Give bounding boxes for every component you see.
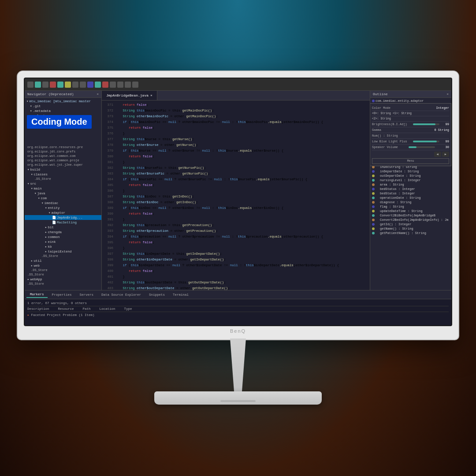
settings-brightness-fill [413, 123, 435, 125]
monitor-wrapper: Navigator (Deprecated) × Coding Mode ▾ [18, 71, 458, 405]
file-label: mtu_imediac [mtu_imediac master [30, 100, 91, 103]
file-item-org1[interactable]: org.eclipse.core.resources.pre [25, 145, 101, 149]
file-item-entity[interactable]: ▾ entity [25, 205, 101, 210]
editor-tab-active[interactable]: JmpAnBridgeBean.java × [102, 91, 157, 100]
file-item-org3[interactable]: org.eclipse.wst.common.com [25, 154, 101, 158]
settings-brightness-slider[interactable] [413, 123, 439, 125]
bottom-tab[interactable]: Properties [48, 292, 75, 298]
bottom-tab[interactable]: Data Source Explorer [98, 292, 145, 298]
file-item-src[interactable]: ▾ src [25, 181, 101, 186]
bottom-tab[interactable]: Servers [76, 292, 97, 298]
file-item-build[interactable]: ▾ build [25, 167, 101, 172]
outline-dot [372, 223, 375, 226]
file-item-kb[interactable]: ▸ kb [25, 244, 101, 249]
toolbar-icon-4 [50, 82, 56, 88]
file-item[interactable]: ▾ mtu_imediac [mtu_imediac master [25, 99, 101, 104]
toolbar-icon-1 [27, 82, 33, 88]
file-item-taipei[interactable]: ▸ taipeiExtend [25, 249, 101, 254]
settings-speaker-slider[interactable] [409, 146, 435, 148]
monitor-screen: Navigator (Deprecated) × Coding Mode ▾ [25, 78, 451, 325]
toolbar-icon-9 [87, 82, 93, 88]
bottom-tab[interactable]: Snippets [145, 292, 168, 298]
monitor-bottom-bezel: BenQ [24, 326, 452, 336]
bottom-content: 1 error, 67 warnings, 0 others Descripti… [25, 299, 451, 325]
bottom-columns-row: DescriptionResourcePathLocationType [27, 306, 449, 312]
folder-icon: ▾ [30, 109, 32, 113]
outline-dot [372, 214, 375, 217]
outline-close-icon[interactable]: × [446, 92, 449, 96]
bottom-tabs: MarkersPropertiesServersData Source Expl… [25, 290, 451, 299]
bottom-tab[interactable]: Terminal [169, 292, 192, 298]
outline-header: Outline × [370, 91, 451, 98]
outline-item: diagnose : String [371, 200, 450, 205]
file-item-ds[interactable]: .DS_Store [25, 177, 101, 181]
file-item-ds5[interactable]: .DS_Store [25, 282, 101, 286]
monitor-brand: BenQ [230, 328, 246, 334]
file-item-imediac[interactable]: ▾ imediac [25, 201, 101, 205]
editor-tab-close-icon[interactable]: × [150, 93, 152, 97]
file-item-chengda[interactable]: ▸ chengda [25, 230, 101, 234]
bottom-error-row: ▸ Faceted Project Problem (1 Item) [27, 312, 449, 318]
file-item-main[interactable]: ▾ main [25, 186, 101, 191]
settings-menu-btn[interactable]: Menu [372, 158, 449, 164]
navigator-close-icon[interactable]: × [97, 92, 99, 96]
toolbar-icon-15 [132, 82, 138, 88]
settings-nav: ◀ ▶ [372, 150, 449, 158]
file-item-meta[interactable]: ▾ .metadata [25, 108, 101, 113]
bottom-column-header: Path [83, 307, 91, 311]
file-item-webApp[interactable]: ▸ webApp [25, 277, 101, 282]
file-icon: ▾ [26, 99, 29, 103]
file-item-ds4[interactable]: .DS_Store [25, 272, 101, 277]
outline-dot [372, 179, 375, 182]
outline-title: Outline [373, 92, 388, 96]
file-item-ds2[interactable]: .DS_Store [25, 254, 101, 258]
settings-speaker-fill [409, 146, 416, 148]
file-item-common[interactable]: ▸ common [25, 234, 101, 239]
settings-low-blue-label: Low Blue Light Plus [372, 140, 407, 143]
error-icon: ▸ [27, 313, 30, 317]
editor-tabs: JmpAnBridgeBean.java × [102, 91, 370, 100]
settings-nav-prev[interactable]: ◀ [434, 152, 441, 157]
navigator-header: Navigator (Deprecated) × [25, 91, 101, 98]
toolbar-icons [27, 82, 138, 88]
outline-item: com.imediac.entity.adaptor [371, 99, 450, 103]
coding-mode-label: Coding Mode [31, 117, 87, 126]
settings-color-mode-row: Color Mode Integer [372, 105, 449, 111]
file-item-git[interactable]: ▾ .git [25, 104, 101, 108]
settings-lowblue-slider[interactable] [413, 141, 439, 142]
settings-low-blue-row: Low Blue Light Plus 99 [372, 139, 449, 145]
file-item-com[interactable]: ▾ com [25, 196, 101, 201]
outline-item: Convert2BedInfo(JmpAnBridgeInfo) : Jm [371, 218, 450, 222]
file-item-util[interactable]: ▸ util [25, 258, 101, 263]
file-item-org2[interactable]: org.eclipse.jdt.core.prefs [25, 149, 101, 154]
file-item-org4[interactable]: org.eclipse.wst.common.proje [25, 158, 101, 163]
file-item-adaptor[interactable]: ▾ adaptor [25, 210, 101, 215]
outline-dot [372, 227, 375, 230]
file-item-classes[interactable]: ▾ classes [25, 172, 101, 177]
file-item-macsetting[interactable]: 📄 MacSetting [25, 220, 101, 225]
file-item-bit[interactable]: ▸ bit [25, 225, 101, 230]
file-item-web[interactable]: ▸ web [25, 263, 101, 268]
toolbar-icon-11 [102, 82, 108, 88]
bottom-tab[interactable]: Markers [26, 292, 48, 298]
settings-color-mode-value: Integer [436, 106, 449, 110]
settings-contrast-row: Gamma 0 String [372, 127, 449, 133]
settings-nav-next[interactable]: ▶ [442, 152, 449, 157]
file-item-org5[interactable]: org.eclipse.wst.jst.j2ee.super [25, 163, 101, 167]
file-item-ds3[interactable]: .DS_Store [25, 268, 101, 272]
file-item-java[interactable]: ▾ java [25, 191, 101, 196]
outline-dot [372, 210, 375, 212]
editor-tab-label: JmpAnBridgeBean.java [106, 93, 149, 97]
outline-dot [372, 192, 375, 195]
outline-dot [372, 100, 375, 102]
folder-icon: ▾ [30, 104, 32, 108]
ide-bottom-panel: MarkersPropertiesServersData Source Expl… [25, 290, 451, 325]
toolbar-icon-13 [117, 82, 123, 88]
outline-item: getName() : String [371, 227, 450, 231]
file-item-eink[interactable]: ▸ eink [25, 239, 101, 244]
toolbar-icon-2 [35, 82, 41, 88]
code-area: 3713723733743753763773783793803813823833… [102, 100, 370, 290]
code-editor[interactable]: JmpAnBridgeBean.java × 37137237337437537… [102, 91, 370, 290]
file-item-jmp[interactable]: 📄 JmpAnBridg... [25, 215, 101, 220]
outline-item: Convert2BiBedInfo(JmpAnBridgeB [371, 213, 450, 218]
